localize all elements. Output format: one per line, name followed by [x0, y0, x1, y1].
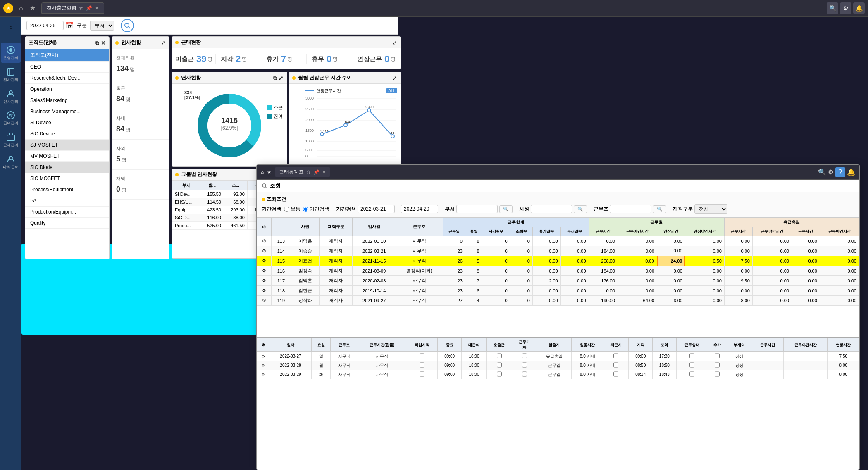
- calendar-icon[interactable]: 📅: [65, 21, 74, 29]
- check-8a[interactable]: [420, 362, 424, 368]
- work-type-input[interactable]: [610, 205, 651, 213]
- nav-star[interactable]: ★: [27, 3, 38, 13]
- org-item-research[interactable]: Research&Tech. Dev...: [25, 73, 109, 84]
- window-help-btn[interactable]: ?: [835, 167, 845, 177]
- check-7c[interactable]: [522, 353, 527, 358]
- search-button[interactable]: 🔍: [827, 2, 838, 14]
- svg-point-31: [344, 123, 347, 127]
- org-item-quality[interactable]: Quality: [25, 218, 109, 229]
- sidebar-item-work[interactable]: 근태관리: [1, 130, 21, 150]
- window-settings-btn[interactable]: ⚙: [828, 167, 834, 177]
- org-copy-btn[interactable]: ⧉: [95, 40, 99, 46]
- check-7e[interactable]: [689, 353, 694, 358]
- col-absent: 부재일수: [560, 227, 589, 236]
- nav-back[interactable]: ⌂: [17, 3, 26, 13]
- svg-point-42: [262, 184, 266, 187]
- period-radio[interactable]: [284, 207, 289, 212]
- check-8d[interactable]: [613, 362, 618, 368]
- dept-select[interactable]: 부서: [90, 21, 114, 31]
- sidebar-item-hr[interactable]: 인사관리: [1, 86, 21, 107]
- check-7d[interactable]: [613, 353, 618, 358]
- bcol-dow: 요일: [312, 338, 331, 352]
- bell-button[interactable]: 🔔: [853, 2, 865, 14]
- org-item-business[interactable]: Business Manageme...: [25, 106, 109, 117]
- date-radio-label[interactable]: 기간검색: [303, 206, 329, 213]
- check-9b[interactable]: [497, 371, 502, 377]
- org-item-sicmosfet[interactable]: SiC MOSFET: [25, 173, 109, 184]
- col-emptype-header: 재직구분: [320, 218, 353, 236]
- person-input[interactable]: [531, 205, 572, 213]
- window-bell-btn[interactable]: 🔔: [847, 167, 855, 177]
- check-7a[interactable]: [420, 353, 424, 358]
- window-search-btn[interactable]: 🔍: [818, 167, 826, 177]
- col-holiday: 휴일: [465, 227, 482, 236]
- org-item-pa[interactable]: PA: [25, 195, 109, 207]
- check-7f[interactable]: [715, 353, 720, 358]
- svg-text:₩: ₩: [9, 113, 13, 118]
- date-input[interactable]: 2022-04-25: [26, 21, 64, 30]
- sidebar-item-my[interactable]: 나의 근태: [1, 152, 21, 172]
- org-item-mvmosfet[interactable]: MV MOSFET: [25, 151, 109, 162]
- org-item-operation[interactable]: Operation: [25, 84, 109, 95]
- person-search-btn[interactable]: 🔍: [574, 205, 587, 213]
- date-radio[interactable]: [303, 207, 308, 212]
- check-9a[interactable]: [420, 371, 424, 377]
- org-item-sidevice[interactable]: Si Device: [25, 117, 109, 128]
- donut-panel: 연자현황 ⧉ ⤢ 1415 [62.9%] 834[37.1%] 소근 잔여: [172, 72, 287, 167]
- svg-text:202202: 202202: [341, 158, 353, 159]
- check-8c[interactable]: [522, 362, 527, 368]
- donut-expand-btn[interactable]: ⤢: [279, 75, 284, 81]
- main-tab[interactable]: 전사출근현황 ☆ 📌 ✕: [41, 2, 104, 14]
- org-item-sjmosfet[interactable]: SJ MOSFET: [25, 140, 109, 151]
- dept-group: 부서 🔍: [445, 205, 513, 213]
- sidebar-item-home[interactable]: ⌂: [1, 20, 21, 36]
- bcol-logout: 퇴근시: [603, 338, 629, 352]
- check-7b[interactable]: [497, 353, 502, 358]
- period-radio-label[interactable]: 보통: [284, 206, 300, 213]
- check-9e[interactable]: [689, 371, 694, 377]
- search-circle[interactable]: [121, 19, 134, 32]
- col-late: 지각횟수: [482, 227, 510, 236]
- tab-close[interactable]: ✕: [95, 5, 99, 11]
- col-no-header: [271, 218, 291, 236]
- stats-tab[interactable]: 근태통계표 ☆ 📌 ✕: [275, 167, 330, 177]
- stats-tab-close[interactable]: ✕: [322, 169, 326, 175]
- check-9d[interactable]: [613, 371, 618, 377]
- nav-arrows: ⌂ ★: [17, 3, 38, 13]
- org-close-btn[interactable]: ✕: [101, 40, 106, 46]
- stats-expand-btn[interactable]: ⤢: [161, 40, 166, 46]
- work-unit: 명: [126, 96, 131, 103]
- end-date-input[interactable]: [401, 205, 438, 213]
- attend-expand-btn[interactable]: ⤢: [392, 39, 397, 46]
- date-search-group: 기간검색 보통 기간검색: [262, 206, 329, 213]
- check-9c[interactable]: [522, 371, 527, 377]
- org-item-production[interactable]: Production/Equipm...: [25, 207, 109, 218]
- start-date-input[interactable]: [358, 205, 395, 213]
- emp-type-label: 재직구분: [673, 206, 693, 213]
- org-item-sales[interactable]: Sales&Marketing: [25, 95, 109, 106]
- emp-type-select[interactable]: 전체 재직자: [694, 204, 727, 214]
- org-item-ceo[interactable]: CEO: [25, 62, 109, 73]
- check-9f[interactable]: [715, 371, 720, 377]
- sidebar-item-pay[interactable]: ₩ 급여관리: [1, 108, 21, 128]
- org-title: 조직도(전체): [29, 39, 57, 46]
- sidebar-item-ops[interactable]: 운영관리: [1, 43, 21, 63]
- check-8b[interactable]: [497, 362, 502, 368]
- org-item-sicdiode[interactable]: SiC Diode: [25, 162, 109, 173]
- dept-input[interactable]: [456, 205, 498, 213]
- org-item-sicdevice[interactable]: SiC Device: [25, 128, 109, 140]
- col-hol-work: 근무시간: [724, 227, 752, 236]
- stats-tab-pin: 📌: [313, 169, 320, 175]
- org-item-all[interactable]: 조직도(전체): [25, 49, 109, 62]
- bcol-worktime: 근무시간(합률): [358, 338, 406, 352]
- check-8f[interactable]: [715, 362, 720, 368]
- settings-button[interactable]: ⚙: [840, 2, 851, 14]
- dept-search-btn[interactable]: 🔍: [499, 205, 513, 213]
- work-type-search-btn[interactable]: 🔍: [653, 205, 666, 213]
- col-ot-night: 연장야간시간: [685, 227, 724, 236]
- donut-copy-btn[interactable]: ⧉: [273, 75, 277, 81]
- check-8e[interactable]: [689, 362, 694, 368]
- line-expand-btn[interactable]: ⤢: [392, 75, 397, 81]
- org-item-process[interactable]: Process/Equipment: [25, 184, 109, 195]
- sidebar-item-attendance[interactable]: 전사관리: [1, 64, 21, 85]
